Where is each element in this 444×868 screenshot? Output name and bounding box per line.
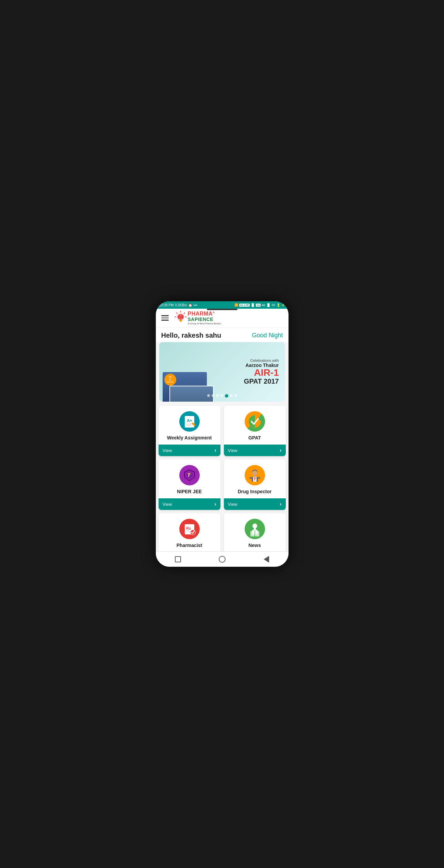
weekly-assignment-icon: A+ (179, 411, 200, 432)
drug-svg (247, 468, 262, 483)
svg-rect-27 (254, 475, 256, 477)
svg-rect-25 (249, 477, 252, 479)
logo-text: PHARMA® SAPIENCE A Group of Best Pharma … (188, 311, 221, 325)
battery-text: 99 (272, 303, 275, 307)
gpat-view[interactable]: View › (224, 445, 286, 456)
logo-area: PHARMA® SAPIENCE A Group of Best Pharma … (174, 311, 221, 325)
dot-4[interactable] (220, 394, 223, 397)
weekly-assignment-arrow: › (214, 447, 216, 453)
banner-carousel[interactable]: AIR 1 GPAT 2017 (159, 342, 285, 402)
logo-pharma-text: PHARMA® (188, 311, 221, 317)
square-icon (175, 556, 181, 562)
greeting-row: Hello, rakesh sahu Good Night (156, 327, 289, 342)
back-icon (264, 556, 269, 563)
card-niper-jee[interactable]: 7 NIPER JEE View › (159, 460, 220, 510)
top-nav: PHARMA® SAPIENCE A Group of Best Pharma … (156, 309, 289, 327)
card-news-body: News (224, 513, 286, 551)
card-niper-body: 7 NIPER JEE (159, 460, 220, 498)
logo-sapience-text: SAPIENCE (188, 317, 221, 322)
niper-arrow: › (214, 501, 216, 507)
card-drug-inspector[interactable]: Drug Inspector View › (224, 460, 286, 510)
banner-gpat: GPAT 2017 (220, 377, 279, 385)
dot-1[interactable] (207, 394, 210, 397)
hamburger-menu[interactable] (160, 314, 170, 322)
hello-text: Hello, rakesh sahu (161, 332, 221, 339)
svg-rect-26 (258, 477, 260, 479)
dot-6[interactable] (230, 394, 233, 397)
air1-badge: AIR 1 GPAT 2017 (164, 374, 176, 386)
svg-point-34 (252, 524, 257, 528)
gpat-label: GPAT (248, 435, 261, 440)
svg-line-2 (184, 313, 185, 314)
banner-text: Celebrations with Aarzoo Thakur AIR-1 GP… (220, 358, 282, 385)
niper-svg: 7 (182, 468, 197, 483)
card-drug-body: Drug Inspector (224, 460, 286, 498)
card-pharmacist-body: Rx Pharmacist (159, 513, 220, 551)
weekly-assignment-view-label: View (163, 448, 172, 453)
vo-lte-icon: Vo LTE (239, 304, 249, 307)
status-left: 10:09 PM 0.0KB/s ⏰ ••• (159, 303, 197, 307)
pharmacist-label: Pharmacist (177, 543, 202, 548)
charging-icon: ⚡ (281, 303, 285, 307)
svg-line-4 (177, 313, 177, 314)
phone-inner: 10:09 PM 0.0KB/s ⏰ ••• 📶 Vo LTE ▐▌ Vo 4G… (156, 301, 289, 567)
carousel-dots (159, 392, 285, 400)
niper-view-label: View (163, 502, 172, 507)
notch (207, 309, 237, 310)
niper-icon: 7 (179, 465, 200, 485)
banner-celebrations: Celebrations with (220, 358, 279, 363)
signal-icon: ▐▌ (251, 303, 255, 307)
card-weekly-assignment-body: A+ Weekly Assignment (159, 406, 220, 445)
recent-apps-button[interactable] (173, 554, 183, 564)
cards-row-1: A+ Weekly Assignment View (159, 406, 286, 456)
drug-inspector-view-label: View (228, 502, 237, 507)
4g-icon: 4G (262, 304, 265, 307)
weekly-assignment-view[interactable]: View › (159, 445, 220, 456)
dot-7[interactable] (234, 394, 237, 397)
dot-3[interactable] (216, 394, 219, 397)
alarm-icon: ⏰ (188, 303, 192, 307)
good-night-text: Good Night (252, 332, 283, 339)
pharmacist-icon: Rx (179, 519, 200, 539)
card-weekly-assignment[interactable]: A+ Weekly Assignment View (159, 406, 220, 456)
svg-text:A+: A+ (187, 418, 192, 423)
weekly-assignment-label: Weekly Assignment (167, 435, 212, 440)
battery-display: 🔋 (276, 303, 280, 307)
svg-point-7 (179, 315, 183, 319)
niper-label: NIPER JEE (177, 489, 202, 494)
svg-text:Rx: Rx (186, 526, 191, 530)
main-content: Hello, rakesh sahu Good Night (156, 327, 289, 551)
card-pharmacist[interactable]: Rx Pharmacist (159, 513, 220, 551)
home-button[interactable] (217, 554, 227, 564)
dot-5-active[interactable] (225, 394, 228, 398)
dot-2[interactable] (212, 394, 214, 397)
banner-air1: AIR-1 (220, 368, 279, 377)
status-right: 📶 Vo LTE ▐▌ Vo 4G ▐▌ 99 🔋 ⚡ (234, 303, 285, 307)
cards-row-3: Rx Pharmacist (159, 513, 286, 551)
back-button[interactable] (262, 554, 271, 564)
news-svg (247, 521, 262, 536)
signal2-icon: ▐▌ (266, 303, 271, 307)
niper-view[interactable]: View › (159, 498, 220, 510)
card-gpat[interactable]: GPAT View › (224, 406, 286, 456)
cards-row-2: 7 NIPER JEE View › (159, 460, 286, 510)
wifi-icon: 📶 (234, 303, 238, 307)
logo-tagline-text: A Group of Best Pharma Brains (188, 322, 221, 325)
card-news[interactable]: News View › (224, 513, 286, 551)
status-bar: 10:09 PM 0.0KB/s ⏰ ••• 📶 Vo LTE ▐▌ Vo 4G… (156, 301, 289, 309)
circle-icon (219, 556, 226, 563)
news-icon (245, 519, 265, 539)
gpat-view-label: View (228, 448, 237, 453)
gpat-svg (247, 414, 262, 429)
drug-inspector-arrow: › (280, 501, 281, 507)
drug-icon (245, 465, 265, 485)
pharmacist-svg: Rx (182, 521, 197, 536)
drug-inspector-label: Drug Inspector (238, 489, 272, 494)
menu-dots: ••• (194, 303, 197, 307)
cards-grid: A+ Weekly Assignment View (156, 406, 289, 551)
network-speed: 0.0KB/s (175, 303, 187, 307)
gpat-icon (245, 411, 265, 432)
time-display: 10:09 PM (159, 303, 174, 307)
gpat-arrow: › (280, 447, 281, 453)
drug-inspector-view[interactable]: View › (224, 498, 286, 510)
